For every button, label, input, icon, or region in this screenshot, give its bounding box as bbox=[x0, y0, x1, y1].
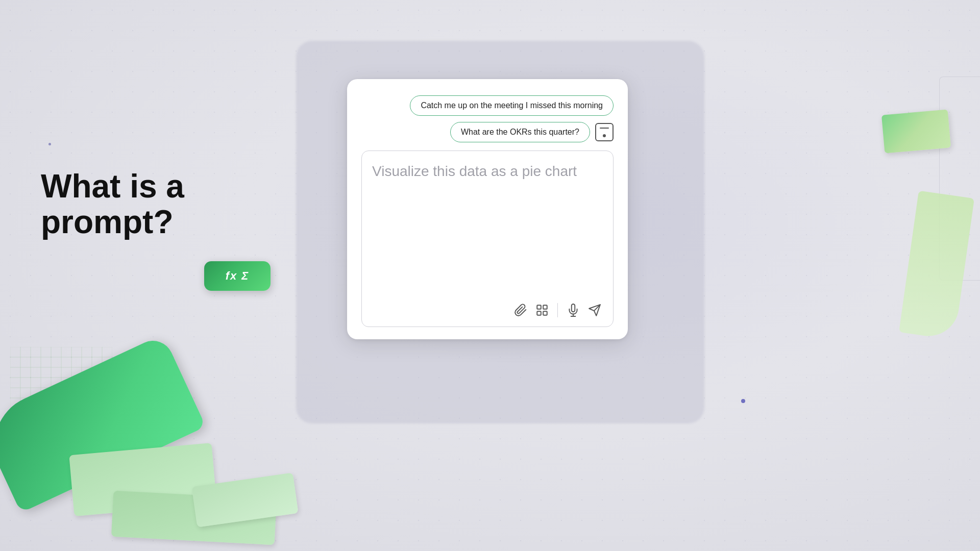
input-placeholder-text: Visualize this data as a pie chart bbox=[372, 161, 603, 181]
plugin-icon[interactable] bbox=[534, 302, 550, 318]
deco-green-sticky bbox=[881, 109, 951, 153]
toolbar-left-group bbox=[512, 302, 550, 318]
svg-rect-21 bbox=[537, 311, 541, 315]
send-icon[interactable] bbox=[586, 302, 603, 318]
svg-rect-20 bbox=[543, 305, 547, 309]
chip-okr-label: What are the OKRs this quarter? bbox=[461, 128, 579, 137]
excel-formula-button[interactable]: fx Σ bbox=[204, 261, 271, 291]
chip-okr-row: What are the OKRs this quarter? bbox=[450, 122, 614, 142]
chip-meeting[interactable]: Catch me up on the meeting I missed this… bbox=[410, 95, 614, 116]
page-heading: What is a prompt? bbox=[41, 168, 306, 240]
prompt-input-area[interactable]: Visualize this data as a pie chart bbox=[361, 151, 614, 327]
deco-dot1 bbox=[48, 143, 51, 145]
toolbar-right-group bbox=[565, 302, 603, 318]
main-ui-card: Catch me up on the meeting I missed this… bbox=[347, 79, 628, 339]
attach-icon[interactable] bbox=[512, 302, 529, 318]
chips-area: Catch me up on the meeting I missed this… bbox=[361, 95, 614, 142]
input-toolbar bbox=[372, 302, 603, 318]
svg-rect-19 bbox=[537, 305, 541, 309]
toolbar-divider bbox=[557, 303, 558, 317]
phone-icon bbox=[595, 123, 614, 141]
deco-blue-dot bbox=[741, 399, 745, 403]
mic-icon[interactable] bbox=[565, 302, 581, 318]
svg-rect-22 bbox=[543, 311, 547, 315]
chip-meeting-label: Catch me up on the meeting I missed this… bbox=[421, 101, 603, 110]
chip-okr[interactable]: What are the OKRs this quarter? bbox=[450, 122, 590, 142]
